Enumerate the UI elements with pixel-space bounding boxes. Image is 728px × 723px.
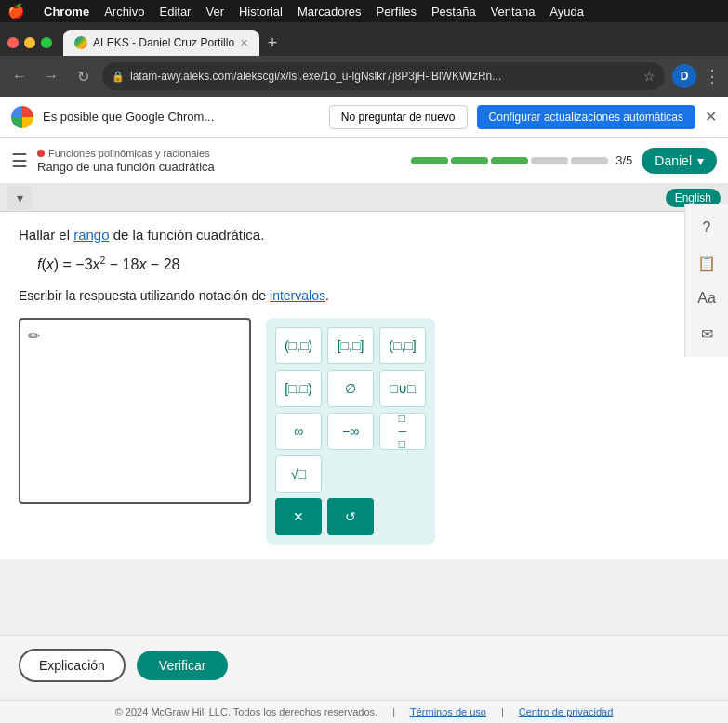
kb-row-3: ∞ −∞ □─□ <box>275 413 426 450</box>
right-sidebar: ? 📋 Aa ✉ <box>684 204 728 357</box>
problem-text-post: de la función cuadrática. <box>110 227 265 243</box>
aleks-header: ☰ Funciones polinómicas y racionales Ran… <box>0 138 728 184</box>
math-keyboard: (□,□) [□,□] (□,□] [□,□) ∅ □∪□ ∞ −∞ □─□ √… <box>266 318 435 545</box>
chrome-tabbar: ALEKS - Daniel Cruz Portillo ✕ + <box>0 22 728 56</box>
privacy-link[interactable]: Centro de privacidad <box>519 706 614 717</box>
progress-label: 3/5 <box>615 153 632 167</box>
menubar-ventana[interactable]: Ventana <box>491 5 536 19</box>
browser-tab[interactable]: ALEKS - Daniel Cruz Portillo ✕ <box>63 30 259 56</box>
kb-sqrt-button[interactable]: √□ <box>275 455 322 493</box>
forward-button[interactable]: → <box>39 64 63 88</box>
notes-icon-button[interactable]: 📋 <box>691 247 722 279</box>
kb-union-button[interactable]: □∪□ <box>379 370 426 407</box>
menubar-ayuda[interactable]: Ayuda <box>549 5 584 19</box>
hamburger-menu-button[interactable]: ☰ <box>11 150 28 172</box>
user-dropdown-icon: ▾ <box>697 153 704 168</box>
maximize-window-button[interactable] <box>41 37 52 48</box>
user-avatar[interactable]: D <box>672 64 696 88</box>
breadcrumb-dot-icon <box>37 150 45 157</box>
kb-neg-infinity-button[interactable]: −∞ <box>327 413 374 450</box>
menubar-archivo[interactable]: Archivo <box>104 5 144 19</box>
kb-empty-set-button[interactable]: ∅ <box>327 370 374 407</box>
breadcrumb-category: Funciones polinómicas y racionales <box>48 148 210 159</box>
chrome-menu-button[interactable]: ⋮ <box>704 66 721 86</box>
bookmark-icon[interactable]: ☆ <box>643 69 655 84</box>
progress-segment-4 <box>531 157 568 164</box>
chrome-logo-icon <box>11 106 33 128</box>
text-size-icon-button[interactable]: Aa <box>691 283 722 314</box>
apple-menu[interactable]: 🍎 <box>7 3 25 20</box>
kb-clear-button[interactable]: ✕ <box>275 498 322 535</box>
menubar-editar[interactable]: Editar <box>159 5 191 19</box>
chrome-addressbar: ← → ↻ 🔒 latam-awy.aleks.com/alekscgi/x/l… <box>0 56 728 97</box>
kb-closed-closed-button[interactable]: [□,□] <box>327 327 374 364</box>
intervalos-link[interactable]: intervalos <box>270 288 325 303</box>
footer-divider: | <box>392 706 395 717</box>
menubar-pestana[interactable]: Pestaña <box>431 5 476 19</box>
kb-row-1: (□,□) [□,□] (□,□] <box>275 327 426 364</box>
notation-post: . <box>325 288 329 303</box>
kb-undo-button[interactable]: ↺ <box>327 498 374 535</box>
traffic-lights <box>7 37 52 48</box>
banner-message: Es posible que Google Chrom... <box>43 110 320 124</box>
tab-title: ALEKS - Daniel Cruz Portillo <box>93 36 234 49</box>
breadcrumb-area: Funciones polinómicas y racionales Rango… <box>37 148 402 174</box>
mail-icon-button[interactable]: ✉ <box>691 318 722 349</box>
pencil-icon: ✏ <box>28 327 40 345</box>
kb-action-row: ✕ ↺ <box>275 498 426 535</box>
progress-bar <box>411 157 608 164</box>
answer-input-box[interactable]: ✏ <box>19 318 251 504</box>
footer-copyright: © 2024 McGraw Hill LLC. Todos los derech… <box>115 706 377 717</box>
address-text: latam-awy.aleks.com/alekscgi/x/lsl.exe/1… <box>130 70 638 83</box>
tab-favicon-icon <box>74 36 87 49</box>
menubar-chrome[interactable]: Chrome <box>44 5 89 19</box>
tab-close-button[interactable]: ✕ <box>240 37 248 49</box>
kb-row-4: √□ <box>275 455 426 493</box>
terms-link[interactable]: Términos de uso <box>410 706 486 717</box>
input-keyboard-area: ✏ (□,□) [□,□] (□,□] [□,□) ∅ □∪□ ∞ −∞ □─□ <box>19 318 709 545</box>
update-banner: Es posible que Google Chrom... No pregun… <box>0 97 728 138</box>
kb-open-closed-button[interactable]: (□,□] <box>379 327 426 364</box>
progress-segment-5 <box>571 157 608 164</box>
help-icon-button[interactable]: ? <box>691 212 722 243</box>
progress-segment-3 <box>491 157 528 164</box>
kb-fraction-button[interactable]: □─□ <box>379 413 426 450</box>
refresh-button[interactable]: ↻ <box>71 64 95 88</box>
problem-statement: Hallar el rango de la función cuadrática… <box>19 227 709 243</box>
rango-link[interactable]: rango <box>73 227 109 243</box>
address-bar[interactable]: 🔒 latam-awy.aleks.com/alekscgi/x/lsl.exe… <box>102 62 665 90</box>
new-tab-button[interactable]: + <box>259 30 285 56</box>
kb-closed-open-button[interactable]: [□,□) <box>275 370 322 407</box>
lock-icon: 🔒 <box>112 71 125 83</box>
verify-button[interactable]: Verificar <box>137 651 229 680</box>
collapse-button[interactable]: ▾ <box>7 186 32 210</box>
collapse-row: ▾ English <box>0 184 728 212</box>
notation-note: Escribir la respuesta utilizando notació… <box>19 288 709 303</box>
progress-segment-2 <box>451 157 488 164</box>
menubar-historial[interactable]: Historial <box>239 5 283 19</box>
breadcrumb-top: Funciones polinómicas y racionales <box>37 148 402 159</box>
progress-segment-1 <box>411 157 448 164</box>
kb-open-open-button[interactable]: (□,□) <box>275 327 322 364</box>
mac-menubar: 🍎 Chrome Archivo Editar Ver Historial Ma… <box>0 0 728 22</box>
minimize-window-button[interactable] <box>24 37 35 48</box>
menubar-ver[interactable]: Ver <box>205 5 224 19</box>
footer-divider2: | <box>501 706 504 717</box>
user-name-label: Daniel <box>655 153 692 168</box>
page-footer: © 2024 McGraw Hill LLC. Todos los derech… <box>0 700 728 723</box>
configure-updates-button[interactable]: Configurar actualizaciones automáticas <box>477 105 695 129</box>
kb-row-2: [□,□) ∅ □∪□ <box>275 370 426 407</box>
banner-close-button[interactable]: ✕ <box>705 108 717 125</box>
kb-infinity-button[interactable]: ∞ <box>275 413 322 450</box>
user-menu-button[interactable]: Daniel ▾ <box>642 148 717 174</box>
progress-area: 3/5 <box>411 153 632 167</box>
close-window-button[interactable] <box>7 37 19 48</box>
menubar-perfiles[interactable]: Perfiles <box>377 5 417 19</box>
bottom-action-bar: Explicación Verificar <box>0 635 728 695</box>
no-ask-again-button[interactable]: No preguntar de nuevo <box>329 105 468 129</box>
explain-button[interactable]: Explicación <box>19 649 126 682</box>
notation-pre: Escribir la respuesta utilizando notació… <box>19 288 270 303</box>
problem-text-pre: Hallar el <box>19 227 73 243</box>
menubar-marcadores[interactable]: Marcadores <box>298 5 362 19</box>
back-button[interactable]: ← <box>7 64 32 88</box>
